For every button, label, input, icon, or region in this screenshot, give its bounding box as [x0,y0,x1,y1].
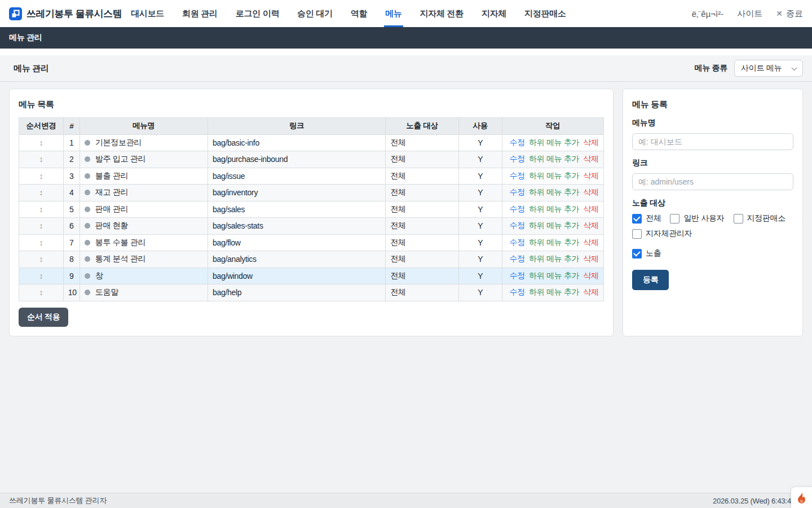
table-row: ↕2발주 입고 관리bag/purchase-inbound전체Y수정하위 메뉴… [19,151,604,168]
checkbox-icon [734,214,743,224]
cell-use: Y [458,151,502,168]
nav-item-2[interactable]: 로그인 이력 [235,0,280,27]
cell-actions: 수정하위 메뉴 추가삭제 [502,201,603,218]
add-child-link[interactable]: 하위 메뉴 추가 [529,138,579,147]
menu-link-input[interactable] [632,173,793,190]
nav-item-7[interactable]: 지자체 [480,0,508,27]
delete-link[interactable]: 삭제 [583,287,598,296]
cell-num: 6 [63,218,80,235]
drag-handle-icon[interactable]: ↕ [39,238,43,247]
cell-num: 7 [63,234,80,251]
nav-item-8[interactable]: 지정판매소 [523,0,567,27]
brand-link[interactable]: 쓰레기봉투 물류시스템 [9,0,122,27]
nav-item-3[interactable]: 승인 대기 [296,0,334,27]
nav-item-1[interactable]: 회원 관리 [181,0,219,27]
table-row: ↕3불출 관리bag/issue전체Y수정하위 메뉴 추가삭제 [19,168,604,185]
edit-link[interactable]: 수정 [510,287,525,296]
site-link[interactable]: 사이트 [737,8,762,19]
add-child-link[interactable]: 하위 메뉴 추가 [529,187,579,196]
cell-num: 3 [63,168,80,185]
target-checkbox-0[interactable]: 전체 [632,213,661,224]
cell-target: 전체 [386,251,459,268]
table-row: ↕7봉투 수불 관리bag/flow전체Y수정하위 메뉴 추가삭제 [19,234,604,251]
edit-link[interactable]: 수정 [510,171,525,180]
menu-name-input[interactable] [632,133,793,150]
drag-handle-icon[interactable]: ↕ [39,205,43,214]
add-child-link[interactable]: 하위 메뉴 추가 [529,204,579,213]
visible-row: 노출 [632,248,793,259]
edit-link[interactable]: 수정 [510,254,525,263]
cell-name: 판매 관리 [80,201,208,218]
main-nav: 대시보드회원 관리로그인 이력승인 대기역할메뉴지자체 전환지자체지정판매소 [130,0,567,27]
page-header: 메뉴 관리 메뉴 종류 사이트 메뉴 [0,55,812,82]
delete-link[interactable]: 삭제 [583,238,598,247]
cell-drag: ↕ [19,134,64,151]
apply-order-button[interactable]: 순서 적용 [19,308,68,327]
delete-link[interactable]: 삭제 [583,271,598,280]
cell-actions: 수정하위 메뉴 추가삭제 [502,234,603,251]
menu-register-card: 메뉴 등록 메뉴명 링크 노출 대상 전체일반 사용자지정판매소지자체관리자 노… [623,89,803,336]
checkbox-label: 지정판매소 [747,213,786,224]
drag-handle-icon[interactable]: ↕ [39,271,43,281]
cell-target: 전체 [386,284,459,301]
delete-link[interactable]: 삭제 [583,221,598,230]
add-child-link[interactable]: 하위 메뉴 추가 [529,287,579,296]
edit-link[interactable]: 수정 [510,271,525,280]
cell-actions: 수정하위 메뉴 추가삭제 [502,284,603,301]
menu-dot-icon [85,140,90,146]
delete-link[interactable]: 삭제 [583,138,598,147]
drag-handle-icon[interactable]: ↕ [39,255,43,264]
spacer-strip [0,49,812,55]
target-checkbox-1[interactable]: 일반 사용자 [670,213,724,224]
edit-link[interactable]: 수정 [510,187,525,196]
drag-handle-icon[interactable]: ↕ [39,188,43,197]
drag-handle-icon[interactable]: ↕ [39,288,43,297]
checkbox-icon [632,249,642,259]
page-title: 메뉴 관리 [14,63,49,74]
checkbox-icon [632,214,642,224]
cell-actions: 수정하위 메뉴 추가삭제 [502,268,603,284]
delete-link[interactable]: 삭제 [583,204,598,213]
register-button[interactable]: 등록 [632,270,669,290]
cell-link: bag/flow [208,234,385,251]
target-checkbox-2[interactable]: 지정판매소 [734,213,786,224]
cell-name: 창 [80,268,208,284]
drag-handle-icon[interactable]: ↕ [39,155,43,164]
cell-target: 전체 [386,201,459,218]
menu-type-select[interactable]: 사이트 메뉴 [734,60,803,77]
cell-use: Y [458,185,502,202]
visible-checkbox[interactable]: 노출 [632,248,793,259]
add-child-link[interactable]: 하위 메뉴 추가 [529,238,579,247]
edit-link[interactable]: 수정 [510,204,525,213]
nav-item-0[interactable]: 대시보드 [130,0,165,27]
cell-use: Y [458,251,502,268]
delete-link[interactable]: 삭제 [583,171,598,180]
table-row: ↕10도움말bag/help전체Y수정하위 메뉴 추가삭제 [19,284,604,301]
add-child-link[interactable]: 하위 메뉴 추가 [529,171,579,180]
add-child-link[interactable]: 하위 메뉴 추가 [529,254,579,263]
cell-use: Y [458,234,502,251]
add-child-link[interactable]: 하위 메뉴 추가 [529,154,579,163]
edit-link[interactable]: 수정 [510,221,525,230]
cell-drag: ↕ [19,151,64,168]
add-child-link[interactable]: 하위 메뉴 추가 [529,221,579,230]
cell-drag: ↕ [19,185,64,202]
drag-handle-icon[interactable]: ↕ [39,138,43,147]
target-checkbox-3[interactable]: 지자체관리자 [632,229,692,239]
nav-item-4[interactable]: 역할 [350,0,368,27]
menu-name-label: 메뉴명 [632,118,793,128]
nav-item-6[interactable]: 지자체 전환 [419,0,465,27]
edit-link[interactable]: 수정 [510,238,525,247]
exit-button[interactable]: ✕ 종료 [776,8,803,19]
edit-link[interactable]: 수정 [510,138,525,147]
edit-link[interactable]: 수정 [510,154,525,163]
add-child-link[interactable]: 하위 메뉴 추가 [529,271,579,280]
delete-link[interactable]: 삭제 [583,254,598,263]
framework-logo-box [791,487,812,508]
drag-handle-icon[interactable]: ↕ [39,221,43,230]
delete-link[interactable]: 삭제 [583,187,598,196]
drag-handle-icon[interactable]: ↕ [39,172,43,181]
nav-item-5[interactable]: 메뉴 [384,0,403,27]
cell-name: 판매 현황 [80,218,208,235]
delete-link[interactable]: 삭제 [583,154,598,163]
